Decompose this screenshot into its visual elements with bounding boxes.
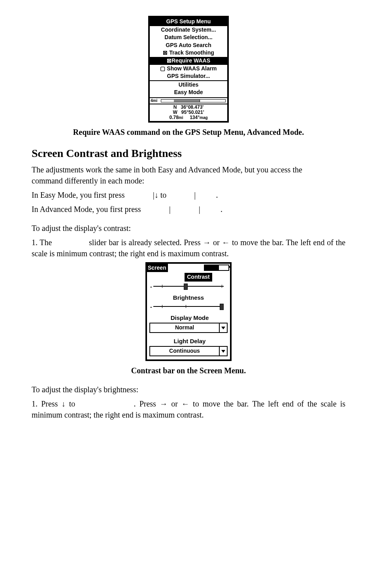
require-waas-label: Require WAAS	[172, 57, 210, 64]
scale-label: 4mi	[151, 98, 157, 104]
adv-text-b: |	[169, 205, 171, 214]
easy-text-c: |	[194, 191, 196, 199]
menu-item-show-waas-alarm: ▢ Show WAAS Alarm	[150, 65, 227, 73]
dropdown-arrow-icon	[219, 347, 227, 355]
menu-item-require-waas-selected: ⊠Require WAAS	[150, 57, 227, 65]
easy-text-a: In Easy Mode, you first press	[32, 191, 127, 199]
dist-unit: mi	[179, 115, 183, 120]
light-delay-value: Continuous	[150, 347, 219, 355]
dist-value: 0.78	[169, 115, 178, 120]
show-waas-alarm-label: Show WAAS Alarm	[167, 65, 217, 72]
advanced-mode-line: In Advanced Mode, you first press MENU |…	[32, 204, 345, 215]
section-heading: Screen Contrast and Brightness	[32, 146, 345, 161]
brightness-step: 1. Press ↓ to BRIGHTNESS . Press → or ← …	[32, 398, 345, 420]
display-mode-value: Normal	[150, 324, 219, 332]
display-mode-dropdown: Normal	[149, 323, 228, 333]
screen-title: Screen	[147, 264, 168, 272]
menu-title: GPS Setup Menu	[150, 17, 227, 26]
menu-item-coordinate-system: Coordinate System...	[150, 26, 227, 34]
brightness-step-a: 1. Press ↓ to	[32, 399, 79, 408]
battery-icon	[204, 265, 229, 271]
figure2-caption: Contrast bar on the Screen Menu.	[32, 365, 345, 376]
lon-label: W	[173, 110, 177, 115]
menu-item-utilities: Utilities	[150, 80, 227, 89]
figure1-caption: Require WAAS command on the GPS Setup Me…	[32, 127, 345, 138]
contrast-step-a: 1. The	[32, 238, 54, 247]
track-smoothing-label: Track Smoothing	[169, 49, 214, 56]
light-delay-dropdown: Continuous	[149, 346, 228, 356]
light-delay-label: Light Delay	[149, 337, 230, 345]
coordinates-panel: N 36°08.473' W 95°50.021' 0.78mi 134°mag	[150, 104, 227, 121]
lon-value: 95°50.021'	[181, 110, 204, 115]
easy-text-d: .	[216, 191, 218, 199]
brightness-slider-thumb	[220, 304, 224, 310]
adv-text-a: In Advanced Mode, you first press	[32, 205, 143, 214]
screen-menu-figure: Screen Contrast - Brightness - Display M…	[145, 262, 232, 361]
adv-text-d: .	[221, 205, 222, 214]
menu-item-easy-mode: Easy Mode	[150, 89, 227, 97]
svg-marker-0	[221, 327, 225, 329]
menu-item-simulator: GPS Simulator...	[150, 72, 227, 80]
bearing-unit: mag	[200, 115, 208, 120]
brightness-slider: -	[150, 303, 227, 310]
contrast-slider: -	[150, 283, 227, 289]
contrast-step: 1. The Contrast slider bar is already se…	[32, 237, 345, 259]
easy-mode-line: In Easy Mode, you first press MENU |↓ to…	[32, 189, 345, 200]
bearing-value: 134°	[190, 115, 200, 120]
dropdown-arrow-icon	[219, 323, 227, 332]
menu-item-auto-search: GPS Auto Search	[150, 42, 227, 49]
intro-text-b: command differently in each mode:	[32, 176, 144, 185]
adv-text-c: |	[199, 205, 200, 214]
contrast-label-selected: Contrast	[185, 273, 212, 282]
svg-marker-1	[221, 350, 225, 353]
contrast-slider-thumb	[184, 284, 188, 290]
brightness-intro: To adjust the display's brightness:	[32, 384, 345, 395]
display-mode-label: Display Mode	[149, 314, 230, 322]
lat-value: 36°08.473'	[181, 104, 204, 110]
menu-item-datum: Datum Selection...	[150, 34, 227, 42]
contrast-step-b: slider bar is already selected. Press → …	[32, 238, 345, 258]
distance-scale: 4mi	[150, 97, 227, 104]
contrast-intro: To adjust the display's contrast:	[32, 223, 345, 234]
menu-item-track-smoothing: ⊠ Track Smoothing	[150, 49, 227, 57]
lat-label: N	[173, 104, 177, 110]
gps-setup-menu-figure: GPS Setup Menu Coordinate System... Datu…	[148, 16, 229, 123]
easy-text-b: |↓ to	[153, 191, 169, 199]
intro-text-a: The adjustments work the same in both Ea…	[32, 165, 304, 174]
brightness-label: Brightness	[147, 293, 230, 302]
intro-paragraph: The adjustments work the same in both Ea…	[32, 164, 345, 186]
